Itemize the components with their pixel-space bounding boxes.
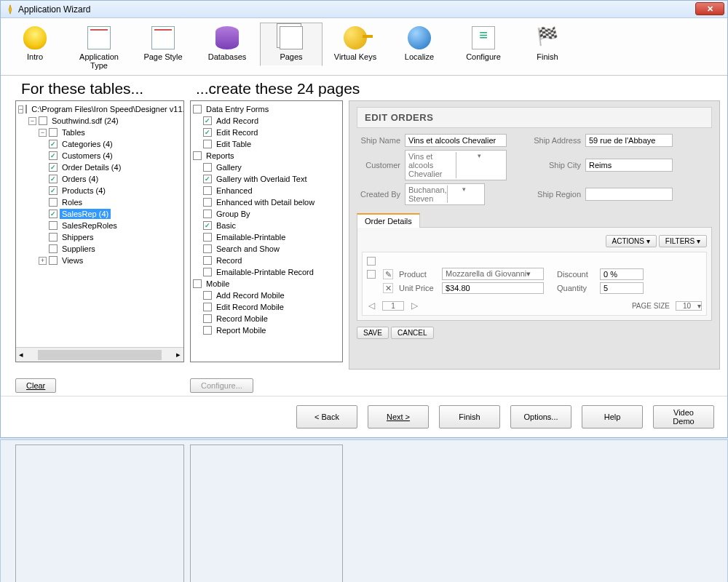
checkbox[interactable]	[49, 198, 58, 207]
table-item[interactable]: SalesRep (4)	[60, 209, 111, 219]
discount-field[interactable]	[600, 268, 644, 280]
page-type-item[interactable]: Record Mobile	[214, 314, 270, 324]
back-button[interactable]: < Back	[296, 405, 357, 428]
checkbox[interactable]	[49, 244, 58, 253]
options-button[interactable]: Options...	[510, 405, 571, 428]
chevron-down-icon[interactable]: ▾	[447, 186, 481, 203]
checkbox[interactable]	[49, 128, 58, 137]
close-button[interactable]: ✕	[695, 2, 724, 15]
checkbox[interactable]	[203, 326, 212, 335]
checkbox[interactable]	[203, 256, 212, 265]
page-type-item[interactable]: Search and Show	[214, 244, 282, 254]
page-type-item[interactable]: Basic	[214, 220, 238, 231]
order-details-tab[interactable]: Order Details	[357, 213, 420, 228]
next-button[interactable]: Next >	[368, 405, 429, 428]
toolbar-pages[interactable]: Pages	[260, 23, 323, 66]
checkbox[interactable]	[203, 140, 212, 148]
cancel-button[interactable]: CANCEL	[391, 327, 434, 339]
collapse-icon[interactable]: −	[28, 117, 36, 125]
page-group[interactable]: Data Entry Forms	[204, 104, 271, 114]
checkbox[interactable]	[49, 233, 58, 242]
checkbox[interactable]	[203, 303, 212, 311]
quantity-field[interactable]	[600, 282, 644, 294]
tree-db[interactable]: Southwind.sdf (24)	[50, 116, 121, 126]
toolbar-finish[interactable]: Finish	[516, 23, 579, 66]
unit-price-field[interactable]	[442, 282, 544, 294]
horizontal-scrollbar[interactable]: ◂▸	[16, 347, 183, 362]
table-item[interactable]: Shippers	[60, 232, 95, 242]
checkbox[interactable]	[49, 163, 58, 172]
table-item[interactable]: Customers (4)	[60, 151, 115, 161]
page-type-item[interactable]: Enhanced with Detail below	[214, 197, 317, 207]
table-item[interactable]: Suppliers	[60, 244, 98, 254]
edit-icon[interactable]: ✎	[383, 269, 393, 279]
checkbox[interactable]	[203, 186, 212, 195]
chevron-down-icon[interactable]: ▾	[526, 269, 531, 278]
checkbox[interactable]	[49, 151, 58, 160]
page-number[interactable]: 1	[382, 301, 404, 311]
toolbar-intro[interactable]: Intro	[4, 23, 66, 66]
created-by-combo[interactable]: Buchanan, Steven▾	[405, 183, 485, 205]
checkbox[interactable]	[49, 140, 58, 148]
checkbox[interactable]	[203, 314, 212, 323]
chevron-down-icon[interactable]: ▾	[456, 152, 504, 178]
table-item[interactable]: Order Details (4)	[60, 162, 123, 172]
page-type-item[interactable]: Enhanced	[214, 186, 255, 196]
checkbox[interactable]	[49, 210, 58, 218]
page-type-item[interactable]: Edit Table	[214, 139, 253, 149]
checkbox[interactable]	[193, 105, 202, 113]
page-type-item[interactable]: Report Mobile	[214, 325, 268, 335]
checkbox[interactable]	[49, 256, 58, 265]
checkbox[interactable]	[39, 116, 47, 125]
checkbox[interactable]	[203, 221, 212, 230]
checkbox[interactable]	[193, 151, 202, 160]
checkbox[interactable]	[203, 268, 212, 276]
page-type-item[interactable]: Edit Record	[214, 127, 260, 137]
checkbox[interactable]	[49, 175, 58, 183]
ship-city-field[interactable]	[585, 159, 673, 172]
toolbar-page-style[interactable]: Page Style	[132, 23, 194, 66]
checkbox[interactable]	[203, 210, 212, 218]
ship-name-field[interactable]	[405, 134, 507, 147]
page-type-item[interactable]: Emailable-Printable	[214, 232, 288, 242]
ship-address-field[interactable]	[585, 134, 673, 147]
toolbar-application-type[interactable]: Application Type	[68, 23, 130, 75]
checkbox[interactable]	[203, 198, 212, 207]
tree-views[interactable]: Views	[60, 255, 85, 266]
finish-button[interactable]: Finish	[439, 405, 500, 428]
row-checkbox[interactable]	[367, 257, 376, 266]
page-type-item[interactable]: Add Record	[214, 116, 261, 126]
next-page-icon[interactable]: ▷	[410, 300, 419, 311]
table-item[interactable]: Roles	[60, 197, 84, 207]
table-item[interactable]: Orders (4)	[60, 174, 100, 184]
table-item[interactable]: Categories (4)	[60, 139, 115, 149]
page-type-item[interactable]: Edit Record Mobile	[214, 302, 286, 312]
page-type-item[interactable]: Add Record Mobile	[214, 290, 287, 300]
toolbar-databases[interactable]: Databases	[196, 23, 258, 66]
filters-button[interactable]: FILTERS ▾	[659, 235, 707, 247]
expand-icon[interactable]: +	[39, 257, 47, 265]
page-size-combo[interactable]: 10▾	[676, 301, 702, 311]
page-type-item[interactable]: Gallery	[214, 162, 244, 172]
page-type-item[interactable]: Group By	[214, 209, 252, 219]
checkbox[interactable]	[203, 163, 212, 172]
checkbox[interactable]	[25, 105, 27, 113]
prev-page-icon[interactable]: ◁	[367, 300, 376, 311]
row-checkbox[interactable]	[367, 270, 376, 279]
toolbar-virtual-keys[interactable]: Virtual Keys	[324, 23, 387, 66]
checkbox[interactable]	[203, 116, 212, 125]
checkbox[interactable]	[203, 233, 212, 242]
table-item[interactable]: Products (4)	[60, 186, 108, 196]
checkbox[interactable]	[193, 279, 202, 288]
pages-tree[interactable]: Data Entry FormsAdd RecordEdit RecordEdi…	[190, 100, 343, 362]
toolbar-configure[interactable]: Configure	[452, 23, 515, 66]
clear-button[interactable]: Clear	[15, 378, 56, 393]
delete-icon[interactable]: ✕	[383, 283, 393, 293]
tables-tree[interactable]: −C:\Program Files\Iron Speed\Designer v1…	[15, 100, 184, 362]
save-button[interactable]: SAVE	[357, 327, 389, 339]
help-button[interactable]: Help	[582, 405, 643, 428]
tree-root[interactable]: C:\Program Files\Iron Speed\Designer v11…	[29, 104, 183, 114]
page-group[interactable]: Mobile	[204, 279, 232, 289]
customer-combo[interactable]: Vins et alcools Chevalier▾	[405, 150, 507, 180]
checkbox[interactable]	[203, 128, 212, 137]
